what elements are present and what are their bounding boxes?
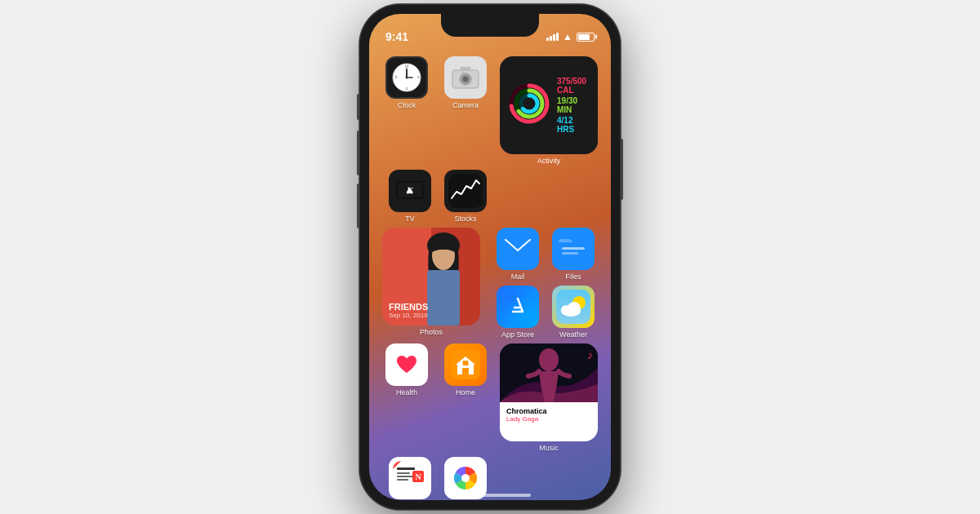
mail-app-icon[interactable] xyxy=(497,228,539,270)
appstore-svg xyxy=(505,294,531,320)
music-widget-wrapper[interactable]: ♪ Chromatica Lady Gaga Music xyxy=(500,343,598,452)
notch xyxy=(441,14,539,37)
music-title: Chromatica xyxy=(506,407,591,415)
files-app-icon[interactable] xyxy=(552,228,595,270)
phone-frame: 9:41 ▲ xyxy=(359,4,621,510)
music-widget-label: Music xyxy=(539,444,559,452)
mail-files-row: Mail xyxy=(493,228,598,281)
health-app-icon[interactable] xyxy=(385,343,428,386)
svg-point-54 xyxy=(461,474,470,482)
volume-down-button[interactable] xyxy=(357,184,359,228)
screen: 9:41 ▲ xyxy=(369,14,611,500)
app-row-1: 12 3 6 9 Clock xyxy=(382,56,598,165)
wifi-icon: ▲ xyxy=(563,31,572,42)
tv-label: TV xyxy=(405,215,415,223)
photos-widget-wrapper[interactable]: FRIENDS Sep 10, 2019 Photos xyxy=(382,228,480,336)
clock-app-icon[interactable]: 12 3 6 9 xyxy=(385,56,428,99)
power-button[interactable] xyxy=(621,139,623,200)
stocks-label: Stocks xyxy=(454,215,476,223)
weather-app-icon[interactable] xyxy=(552,286,595,328)
clock-svg: 12 3 6 9 xyxy=(391,62,422,93)
volume-up-button[interactable] xyxy=(357,131,359,175)
files-svg xyxy=(559,236,588,262)
activity-cal: 375/500 CAL xyxy=(557,77,590,95)
svg-point-7 xyxy=(406,77,408,79)
health-label: Health xyxy=(396,388,417,397)
tv-app-icon[interactable] xyxy=(389,170,431,212)
photos-date: Sep 10, 2019 xyxy=(389,312,428,319)
music-widget[interactable]: ♪ Chromatica Lady Gaga xyxy=(500,343,598,441)
photos-svg xyxy=(448,461,483,495)
signal-bar-2 xyxy=(550,36,552,41)
phone-body: 9:41 ▲ xyxy=(359,4,621,510)
mute-button[interactable] xyxy=(357,94,359,120)
home-app-icon[interactable] xyxy=(444,343,487,386)
weather-app-wrapper[interactable]: Weather xyxy=(549,286,598,339)
files-app-wrapper[interactable]: Files xyxy=(549,228,598,281)
home-label: Home xyxy=(456,388,475,397)
svg-rect-47 xyxy=(397,467,415,470)
music-artist: Lady Gaga xyxy=(506,415,591,423)
health-app-wrapper[interactable]: Health xyxy=(382,343,431,397)
app-row-2: TV Stocks xyxy=(382,170,598,223)
appstore-app-wrapper[interactable]: App Store xyxy=(493,286,542,339)
mail-label: Mail xyxy=(511,273,525,281)
svg-point-43 xyxy=(539,348,559,371)
activity-stats: 375/500 CAL 19/30 MIN 4/12 HRS xyxy=(557,77,590,134)
home-indicator xyxy=(449,494,531,497)
stocks-app-icon[interactable] xyxy=(444,170,487,212)
clock-app-wrapper[interactable]: 12 3 6 9 Clock xyxy=(382,56,431,109)
home-svg xyxy=(451,350,480,379)
appstore-weather-row: App Store xyxy=(493,286,598,339)
news-app-wrapper[interactable]: N N xyxy=(385,457,434,500)
appstore-label: App Store xyxy=(501,330,534,339)
files-label: Files xyxy=(565,273,581,281)
signal-bar-1 xyxy=(546,38,549,41)
stocks-svg xyxy=(448,174,483,208)
home-app-wrapper[interactable]: Home xyxy=(441,343,490,397)
signal-icon xyxy=(546,33,559,41)
clock-label: Clock xyxy=(398,101,416,109)
camera-svg xyxy=(452,66,479,89)
svg-rect-40 xyxy=(463,361,469,366)
photos-widget[interactable]: FRIENDS Sep 10, 2019 xyxy=(382,228,480,326)
status-time: 9:41 xyxy=(385,30,408,43)
svg-rect-21 xyxy=(448,174,483,208)
camera-label: Camera xyxy=(452,101,479,109)
home-screen: 12 3 6 9 Clock xyxy=(369,50,611,500)
svg-point-37 xyxy=(568,302,581,315)
music-album-art: ♪ xyxy=(500,343,598,402)
appstore-app-icon[interactable] xyxy=(497,286,539,328)
photos-widget-text: FRIENDS Sep 10, 2019 xyxy=(389,302,428,319)
album-art-svg xyxy=(500,343,598,402)
svg-rect-49 xyxy=(397,476,413,477)
app-row-3: FRIENDS Sep 10, 2019 Photos xyxy=(382,228,598,339)
news-svg: N N xyxy=(393,461,427,495)
tv-app-wrapper[interactable]: TV xyxy=(385,170,434,223)
camera-app-wrapper[interactable]: Camera xyxy=(441,56,490,109)
activity-rings xyxy=(508,82,550,128)
app-row-4: Health Home xyxy=(382,343,598,452)
photos-friends-label: FRIENDS xyxy=(389,302,428,312)
status-icons: ▲ xyxy=(546,31,595,42)
battery-fill xyxy=(578,34,590,40)
signal-bar-3 xyxy=(553,34,555,41)
camera-app-icon[interactable] xyxy=(444,56,487,99)
stocks-app-wrapper[interactable]: Stocks xyxy=(441,170,490,223)
activity-widget[interactable]: 375/500 CAL 19/30 MIN 4/12 HRS xyxy=(500,56,598,154)
activity-widget-wrapper[interactable]: 375/500 CAL 19/30 MIN 4/12 HRS Activity xyxy=(500,56,598,165)
activity-rings-svg xyxy=(508,82,550,125)
photos-widget-label: Photos xyxy=(420,328,443,336)
right-apps-col: Mail xyxy=(493,228,598,339)
news-app-icon[interactable]: N N xyxy=(389,457,431,499)
activity-min: 19/30 MIN xyxy=(557,96,590,114)
svg-rect-50 xyxy=(397,479,408,481)
activity-hrs: 4/12 HRS xyxy=(557,116,590,134)
svg-text:N: N xyxy=(415,472,421,481)
svg-rect-31 xyxy=(562,252,578,255)
mail-app-wrapper[interactable]: Mail xyxy=(493,228,542,281)
svg-text:12: 12 xyxy=(405,64,409,69)
music-note-icon: ♪ xyxy=(587,348,593,361)
health-svg xyxy=(392,352,421,378)
svg-point-12 xyxy=(462,72,465,74)
